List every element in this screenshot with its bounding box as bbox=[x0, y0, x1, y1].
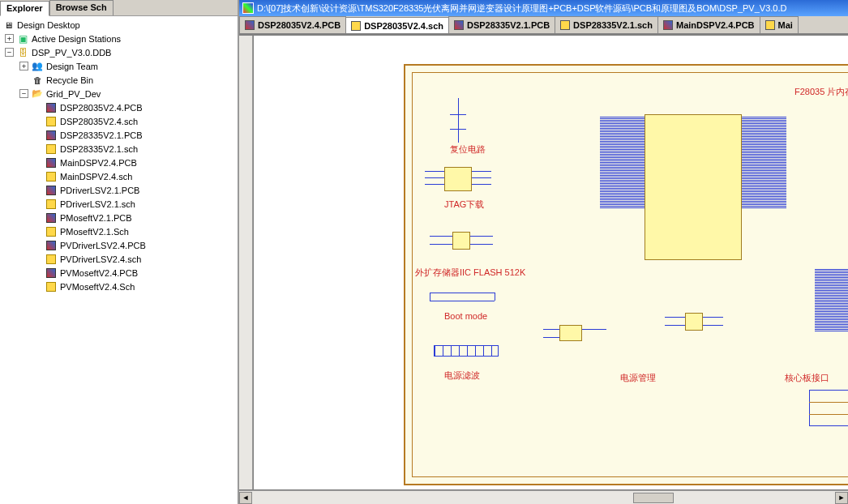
label-memory: F28035 片内存储器RAM:10K*16位，FLASH: 64K*16位 bbox=[794, 86, 848, 98]
pcb-icon bbox=[45, 212, 58, 224]
title-block bbox=[809, 390, 848, 426]
stations-icon bbox=[16, 33, 29, 45]
wire bbox=[430, 236, 452, 237]
expander-icon[interactable]: − bbox=[5, 48, 14, 57]
scroll-left-icon[interactable]: ◄ bbox=[239, 492, 252, 504]
wire bbox=[425, 184, 444, 185]
tree-folder[interactable]: − Grid_PV_Dev bbox=[0, 87, 238, 100]
flash-chip bbox=[452, 232, 470, 250]
expander-icon[interactable]: + bbox=[5, 34, 14, 43]
tree-file[interactable]: PVDriverLSV2.4.PCB bbox=[0, 238, 238, 252]
tree-stations[interactable]: + Active Design Stations bbox=[0, 32, 238, 45]
tree-root-label: Design Desktop bbox=[17, 20, 80, 30]
sch-icon bbox=[45, 116, 58, 127]
doc-tab-label: Mai bbox=[778, 20, 793, 30]
wire bbox=[458, 98, 459, 143]
tab-explorer[interactable]: Explorer bbox=[0, 1, 49, 16]
tree-file[interactable]: PMoseftV2.1.Sch bbox=[0, 224, 238, 238]
explorer-panel: Explorer Browse Sch Design Desktop + Act… bbox=[0, 0, 239, 504]
tree-file[interactable]: PVDriverLSV2.4.sch bbox=[0, 252, 238, 266]
label-pwr-mgmt: 电源管理 bbox=[620, 372, 656, 384]
wire bbox=[430, 301, 495, 301]
tree-file[interactable]: DSP28035V2.4.PCB bbox=[0, 100, 238, 114]
wire bbox=[543, 337, 559, 338]
tree-file[interactable]: MainDSPV2.4.PCB bbox=[0, 156, 238, 169]
wire bbox=[430, 244, 452, 245]
tree-file[interactable]: DSP28335V2.1.PCB bbox=[0, 128, 238, 142]
folder-icon bbox=[31, 88, 44, 100]
tree-file-label: MainDSPV2.4.sch bbox=[60, 172, 132, 182]
tree-folder-label: Grid_PV_Dev bbox=[46, 89, 101, 99]
database-icon bbox=[16, 47, 29, 58]
tree-file-label: DSP28035V2.4.sch bbox=[60, 117, 138, 126]
pwr-chip1 bbox=[559, 325, 582, 341]
doc-tab[interactable]: DSP28035V2.4.PCB bbox=[239, 16, 346, 33]
tree-file[interactable]: PDriverLSV2.1.sch bbox=[0, 197, 238, 211]
pcb-icon bbox=[45, 240, 58, 251]
doc-tab-label: DSP28335V2.1.sch bbox=[573, 20, 653, 30]
schematic-canvas-wrap: F28035 片内存储器RAM:10K*16位，FLASH: 64K*16位 复… bbox=[239, 34, 848, 504]
sch-icon bbox=[45, 143, 58, 155]
doc-tab[interactable]: DSP28335V2.1.PCB bbox=[448, 16, 555, 33]
recycle-icon bbox=[31, 75, 44, 86]
wire bbox=[665, 317, 685, 318]
doc-tab[interactable]: Mai bbox=[760, 16, 799, 33]
tree-file[interactable]: PVMoseftV2.4.PCB bbox=[0, 266, 238, 280]
wire bbox=[472, 184, 491, 185]
tree-recycle[interactable]: Recycle Bin bbox=[0, 73, 238, 87]
title-block-line bbox=[809, 414, 848, 415]
expander-icon[interactable]: − bbox=[19, 89, 28, 98]
wire bbox=[425, 171, 444, 172]
tree-file-label: DSP28335V2.1.PCB bbox=[60, 130, 143, 140]
doc-tab-label: DSP28335V2.1.PCB bbox=[467, 20, 550, 30]
pcb-icon bbox=[45, 130, 58, 141]
wire bbox=[582, 329, 606, 330]
tree-file[interactable]: MainDSPV2.4.sch bbox=[0, 169, 238, 183]
tree-team-label: Design Team bbox=[46, 62, 98, 71]
desktop-icon bbox=[2, 19, 15, 31]
wire bbox=[450, 129, 466, 130]
tab-browse-sch[interactable]: Browse Sch bbox=[49, 0, 113, 15]
tree-file[interactable]: PDriverLSV2.1.PCB bbox=[0, 183, 238, 197]
vertical-ruler bbox=[239, 36, 253, 489]
wire bbox=[430, 293, 495, 293]
sch-icon bbox=[45, 171, 58, 182]
team-icon bbox=[31, 61, 44, 72]
tree-file-label: PDriverLSV2.1.PCB bbox=[60, 186, 139, 195]
sch-icon bbox=[45, 226, 58, 237]
design-area: D:\[07]技术创新\设计资源\TMS320F28335光伏离网并网逆变器设计… bbox=[239, 0, 848, 504]
pcb-icon bbox=[45, 267, 58, 279]
pcb-icon bbox=[245, 20, 255, 30]
doc-tab[interactable]: MainDSPV2.4.PCB bbox=[657, 16, 760, 33]
schematic-canvas[interactable]: F28035 片内存储器RAM:10K*16位，FLASH: 64K*16位 复… bbox=[254, 36, 848, 489]
mcu-chip bbox=[645, 114, 742, 260]
tree-file-label: PDriverLSV2.1.sch bbox=[60, 199, 135, 209]
doc-tab[interactable]: DSP28335V2.1.sch bbox=[555, 16, 658, 33]
tree-file[interactable]: DSP28335V2.1.sch bbox=[0, 142, 238, 156]
wire bbox=[703, 317, 723, 318]
tree-team[interactable]: + Design Team bbox=[0, 59, 238, 73]
schematic-sheet: F28035 片内存储器RAM:10K*16位，FLASH: 64K*16位 复… bbox=[404, 64, 848, 485]
tree-file-label: DSP28335V2.1.sch bbox=[60, 144, 138, 154]
tree-file-label: MainDSPV2.4.PCB bbox=[60, 158, 137, 168]
wire bbox=[703, 325, 723, 326]
tree-file-label: PMoseftV2.1.PCB bbox=[60, 213, 132, 223]
tree-root[interactable]: Design Desktop bbox=[0, 18, 238, 32]
horizontal-scrollbar[interactable]: ◄ ► bbox=[239, 490, 848, 504]
doc-tab-label: DSP28035V2.4.PCB bbox=[258, 20, 340, 30]
sch-icon bbox=[765, 20, 775, 30]
design-tree[interactable]: Design Desktop + Active Design Stations … bbox=[0, 16, 238, 504]
doc-tab[interactable]: DSP28035V2.4.sch bbox=[345, 17, 449, 34]
tree-ddb[interactable]: − DSP_PV_V3.0.DDB bbox=[0, 45, 238, 59]
tree-file[interactable]: PMoseftV2.1.PCB bbox=[0, 211, 238, 224]
tree-file[interactable]: DSP28035V2.4.sch bbox=[0, 114, 238, 128]
expander-icon[interactable]: + bbox=[19, 62, 28, 70]
tree-file-label: PVDriverLSV2.4.sch bbox=[60, 254, 141, 264]
label-boot: Boot mode bbox=[444, 311, 487, 321]
wire bbox=[450, 114, 466, 115]
document-title-bar: D:\[07]技术创新\设计资源\TMS320F28335光伏离网并网逆变器设计… bbox=[239, 0, 848, 16]
scroll-right-icon[interactable]: ► bbox=[835, 492, 848, 504]
document-path: D:\[07]技术创新\设计资源\TMS320F28335光伏离网并网逆变器设计… bbox=[257, 2, 786, 15]
scroll-thumb[interactable] bbox=[633, 493, 674, 503]
tree-file[interactable]: PVMoseftV2.4.Sch bbox=[0, 280, 238, 293]
